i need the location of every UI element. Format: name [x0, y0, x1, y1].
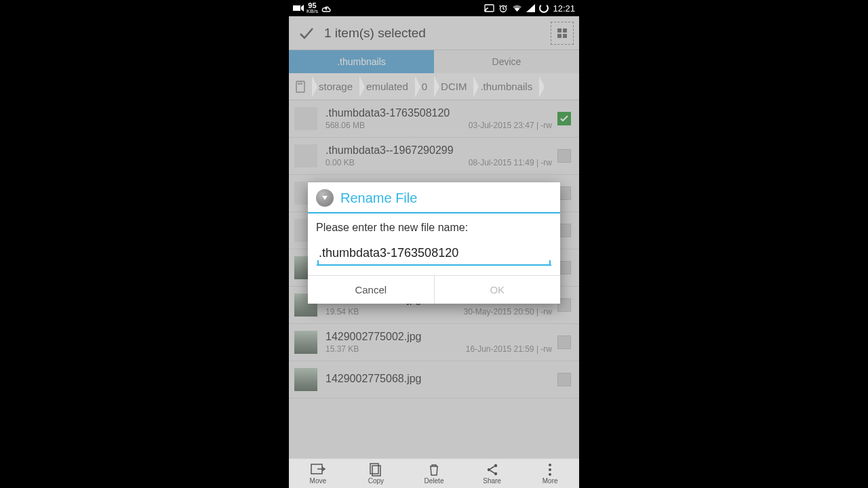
camera-icon [293, 4, 304, 12]
ok-button[interactable]: OK [435, 276, 561, 304]
wifi-icon [512, 4, 522, 12]
cancel-button[interactable]: Cancel [308, 276, 435, 304]
alarm-icon [498, 3, 508, 13]
copy-icon [370, 463, 382, 476]
svg-point-10 [494, 472, 496, 474]
svg-point-12 [549, 468, 551, 471]
cloud-upload-icon [321, 4, 332, 12]
rename-dialog: Rename File Please enter the new file na… [308, 182, 560, 304]
more-button[interactable]: More [521, 459, 579, 488]
move-icon [311, 463, 326, 476]
svg-point-11 [549, 464, 551, 466]
copy-button[interactable]: Copy [347, 459, 406, 488]
svg-rect-0 [293, 5, 300, 11]
trash-icon [429, 463, 439, 476]
network-speed: 95 KB/s [307, 2, 318, 14]
delete-button[interactable]: Delete [405, 459, 463, 488]
cast-icon [484, 4, 494, 12]
move-button[interactable]: Move [289, 459, 347, 488]
share-button[interactable]: Share [463, 459, 521, 488]
dialog-message: Please enter the new file name: [316, 222, 552, 234]
svg-rect-1 [485, 5, 494, 12]
status-bar: 95 KB/s 12:21 [289, 0, 579, 16]
dialog-title: Rename File [340, 190, 417, 206]
bottom-toolbar: Move Copy Delete Share More [289, 458, 579, 488]
rename-input[interactable] [317, 243, 551, 264]
dialog-icon [316, 189, 334, 207]
loading-spinner-icon [539, 3, 549, 13]
status-clock: 12:21 [553, 3, 575, 14]
more-icon [548, 463, 552, 476]
svg-point-13 [549, 473, 551, 476]
svg-point-9 [494, 464, 496, 466]
signal-icon [526, 4, 535, 12]
svg-point-2 [485, 11, 486, 12]
share-icon [486, 463, 499, 476]
